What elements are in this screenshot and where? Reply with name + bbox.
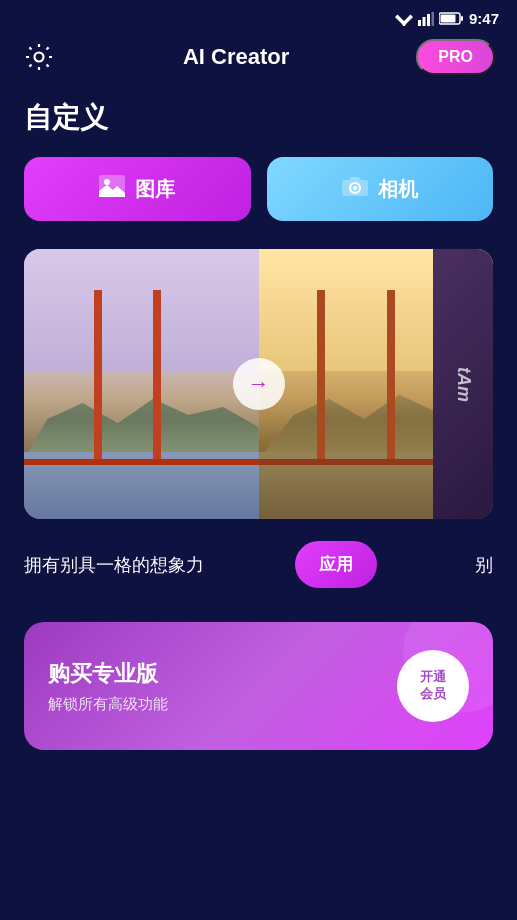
settings-button[interactable] xyxy=(22,40,56,74)
activate-line1: 开通 xyxy=(420,669,446,686)
activate-line2: 会员 xyxy=(420,686,446,703)
wifi-icon xyxy=(395,12,413,26)
pro-badge-button[interactable]: PRO xyxy=(416,39,495,75)
compare-arrow[interactable]: → xyxy=(233,358,285,410)
image-showcase: → tAm xyxy=(24,249,493,519)
svg-rect-7 xyxy=(461,16,463,21)
status-icons xyxy=(395,12,463,26)
arrow-icon: → xyxy=(248,371,270,397)
svg-point-11 xyxy=(104,179,110,185)
svg-point-9 xyxy=(35,53,44,62)
battery-icon xyxy=(439,12,463,25)
pro-card-subtitle: 解锁所有高级功能 xyxy=(48,695,397,714)
caption-text: 拥有别具一格的想象力 xyxy=(24,553,204,577)
svg-point-13 xyxy=(353,186,357,190)
section-title: 自定义 xyxy=(0,91,517,157)
watermark-text: tAm xyxy=(453,367,474,402)
pro-card-content: 购买专业版 解锁所有高级功能 xyxy=(48,659,397,714)
app-title: AI Creator xyxy=(183,44,289,70)
signal-icon xyxy=(418,12,434,26)
svg-rect-3 xyxy=(422,17,425,26)
status-bar: 9:47 xyxy=(0,0,517,31)
svg-rect-2 xyxy=(418,20,421,26)
image-icon xyxy=(99,175,125,203)
svg-rect-8 xyxy=(440,15,455,23)
camera-button[interactable]: 相机 xyxy=(267,157,494,221)
caption-overflow: 别 xyxy=(475,553,493,577)
caption-row: 拥有别具一格的想象力 应用 别 xyxy=(0,523,517,606)
camera-icon xyxy=(342,175,368,203)
original-image xyxy=(24,249,259,519)
activate-membership-button[interactable]: 开通 会员 xyxy=(397,650,469,722)
watermark-area: tAm xyxy=(433,249,493,519)
gallery-button[interactable]: 图库 xyxy=(24,157,251,221)
gear-icon xyxy=(24,42,54,72)
camera-label: 相机 xyxy=(378,176,418,203)
svg-rect-5 xyxy=(431,12,434,26)
apply-button[interactable]: 应用 xyxy=(295,541,377,588)
pro-card-title: 购买专业版 xyxy=(48,659,397,689)
status-time: 9:47 xyxy=(469,10,499,27)
pro-card: 购买专业版 解锁所有高级功能 开通 会员 xyxy=(24,622,493,750)
app-header: AI Creator PRO xyxy=(0,31,517,91)
action-buttons-row: 图库 相机 xyxy=(0,157,517,221)
svg-rect-4 xyxy=(427,14,430,26)
gallery-label: 图库 xyxy=(135,176,175,203)
svg-rect-1 xyxy=(402,23,405,26)
